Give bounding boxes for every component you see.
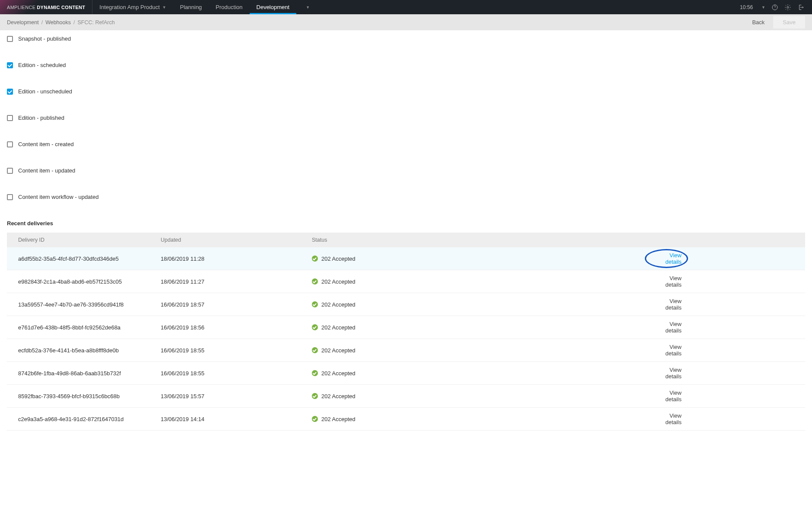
trigger-checkbox[interactable]	[7, 62, 13, 68]
gear-icon[interactable]	[784, 4, 791, 11]
view-details-link[interactable]: View details	[664, 390, 794, 403]
trigger-checkbox[interactable]	[7, 141, 13, 147]
view-details-link[interactable]: View details	[664, 252, 794, 265]
cell-updated: 13/06/2019 14:14	[161, 416, 312, 422]
nav-product-selector[interactable]: Integration Amp Product ▼	[92, 0, 173, 14]
status-text: 202 Accepted	[321, 278, 355, 285]
svg-point-1	[775, 8, 775, 9]
recent-deliveries-title: Recent deliveries	[7, 220, 805, 227]
trigger-row: Edition - scheduled	[7, 62, 805, 68]
trigger-row: Edition - published	[7, 115, 805, 121]
cell-status: 202 Accepted	[312, 256, 664, 262]
cell-updated: 16/06/2019 18:57	[161, 301, 312, 308]
view-details-link[interactable]: View details	[664, 367, 794, 380]
cell-status: 202 Accepted	[312, 393, 664, 399]
trigger-label: Snapshot - published	[18, 35, 71, 42]
cell-status: 202 Accepted	[312, 278, 664, 285]
save-button[interactable]: Save	[773, 16, 805, 29]
trigger-row: Snapshot - published	[7, 35, 805, 42]
table-row[interactable]: ecfdb52a-376e-4141-b5ea-a8b8fff8de0b16/0…	[7, 339, 805, 362]
table-row[interactable]: e761d7e6-438b-48f5-8bbf-fc92562de68a16/0…	[7, 316, 805, 339]
breadcrumb: Development / Webhooks / SFCC: RefArch	[7, 19, 115, 26]
trigger-checkbox[interactable]	[7, 89, 13, 95]
top-bar: AMPLIENCE DYNAMIC CONTENT Integration Am…	[0, 0, 812, 14]
check-circle-icon	[312, 416, 318, 422]
trigger-label: Edition - published	[18, 115, 64, 121]
trigger-checkbox[interactable]	[7, 194, 13, 200]
cell-updated: 18/06/2019 11:28	[161, 256, 312, 262]
table-row[interactable]: a6df55b2-35a5-4fcf-8d77-30dfcd346de518/0…	[7, 247, 805, 270]
table-row[interactable]: e982843f-2c1a-4ba8-abd6-eb57f2153c0518/0…	[7, 270, 805, 293]
view-details-link[interactable]: View details	[664, 321, 794, 334]
trigger-checkbox[interactable]	[7, 36, 13, 42]
check-circle-icon	[312, 324, 318, 330]
cell-updated: 16/06/2019 18:55	[161, 347, 312, 354]
topbar-right: 10:56 ▼	[740, 4, 812, 11]
cell-delivery-id: a6df55b2-35a5-4fcf-8d77-30dfcd346de5	[18, 256, 161, 262]
table-row[interactable]: c2e9a3a5-a968-4e31-91d2-872f1647031d13/0…	[7, 408, 805, 431]
cell-updated: 13/06/2019 15:57	[161, 393, 312, 399]
brand-bold: DYNAMIC CONTENT	[37, 5, 85, 10]
status-text: 202 Accepted	[321, 256, 355, 262]
check-circle-icon	[312, 256, 318, 262]
cell-delivery-id: c2e9a3a5-a968-4e31-91d2-872f1647031d	[18, 416, 161, 422]
cell-delivery-id: 8592fbac-7393-4569-bfcf-b9315c6bc68b	[18, 393, 161, 399]
view-details-link[interactable]: View details	[664, 298, 794, 311]
main-content: Snapshot - publishedEdition - scheduledE…	[0, 30, 812, 448]
trigger-row: Content item - created	[7, 141, 805, 147]
trigger-checkbox[interactable]	[7, 115, 13, 121]
trigger-label: Content item - updated	[18, 167, 75, 174]
cell-status: 202 Accepted	[312, 370, 664, 377]
caret-down-icon: ▼	[306, 5, 310, 10]
trigger-label: Edition - unscheduled	[18, 88, 72, 95]
nav-more-dropdown[interactable]: ▼	[296, 5, 317, 10]
deliveries-table: Delivery ID Updated Status a6df55b2-35a5…	[7, 233, 805, 431]
status-text: 202 Accepted	[321, 416, 355, 422]
crumb-webhooks[interactable]: Webhooks	[45, 19, 71, 26]
cell-delivery-id: e761d7e6-438b-48f5-8bbf-fc92562de68a	[18, 324, 161, 331]
cell-delivery-id: 8742b6fe-1fba-49d8-86ab-6aab315b732f	[18, 370, 161, 377]
view-details-link[interactable]: View details	[664, 275, 794, 288]
trigger-label: Edition - scheduled	[18, 62, 66, 68]
top-nav: Integration Amp Product ▼ PlanningProduc…	[92, 0, 296, 14]
logout-icon[interactable]	[797, 4, 804, 11]
cell-delivery-id: 13a59557-4ee7-4b70-ae76-33956cd941f8	[18, 301, 161, 308]
trigger-list: Snapshot - publishedEdition - scheduledE…	[7, 35, 805, 200]
status-text: 202 Accepted	[321, 324, 355, 331]
cell-updated: 18/06/2019 11:27	[161, 278, 312, 285]
crumb-development[interactable]: Development	[7, 19, 39, 26]
table-row[interactable]: 13a59557-4ee7-4b70-ae76-33956cd941f816/0…	[7, 293, 805, 316]
caret-down-icon[interactable]: ▼	[761, 5, 765, 10]
nav-tab-planning[interactable]: Planning	[173, 0, 209, 14]
view-details-link[interactable]: View details	[664, 412, 794, 425]
crumb-sep: /	[41, 19, 43, 26]
nav-product-label: Integration Amp Product	[99, 4, 159, 10]
back-button[interactable]: Back	[752, 19, 764, 26]
table-row[interactable]: 8592fbac-7393-4569-bfcf-b9315c6bc68b13/0…	[7, 385, 805, 408]
trigger-label: Content item workflow - updated	[18, 194, 98, 200]
status-text: 202 Accepted	[321, 393, 355, 399]
status-text: 202 Accepted	[321, 301, 355, 308]
cell-updated: 16/06/2019 18:55	[161, 370, 312, 377]
trigger-row: Content item workflow - updated	[7, 194, 805, 200]
trigger-row: Content item - updated	[7, 167, 805, 174]
view-details-link[interactable]: View details	[664, 344, 794, 357]
caret-down-icon: ▼	[162, 5, 166, 10]
trigger-checkbox[interactable]	[7, 168, 13, 174]
nav-tab-development[interactable]: Development	[250, 0, 297, 14]
crumb-sep: /	[73, 19, 75, 26]
brand-logo: AMPLIENCE DYNAMIC CONTENT	[0, 0, 92, 14]
check-circle-icon	[312, 301, 318, 307]
brand-light: AMPLIENCE	[7, 5, 35, 10]
table-header: Delivery ID Updated Status	[7, 233, 805, 247]
table-row[interactable]: 8742b6fe-1fba-49d8-86ab-6aab315b732f16/0…	[7, 362, 805, 385]
check-circle-icon	[312, 278, 318, 284]
check-circle-icon	[312, 370, 318, 376]
nav-tab-production[interactable]: Production	[209, 0, 249, 14]
cell-delivery-id: ecfdb52a-376e-4141-b5ea-a8b8fff8de0b	[18, 347, 161, 354]
status-text: 202 Accepted	[321, 370, 355, 377]
help-icon[interactable]	[771, 4, 778, 11]
col-status: Status	[312, 237, 664, 243]
check-circle-icon	[312, 347, 318, 353]
check-circle-icon	[312, 393, 318, 399]
